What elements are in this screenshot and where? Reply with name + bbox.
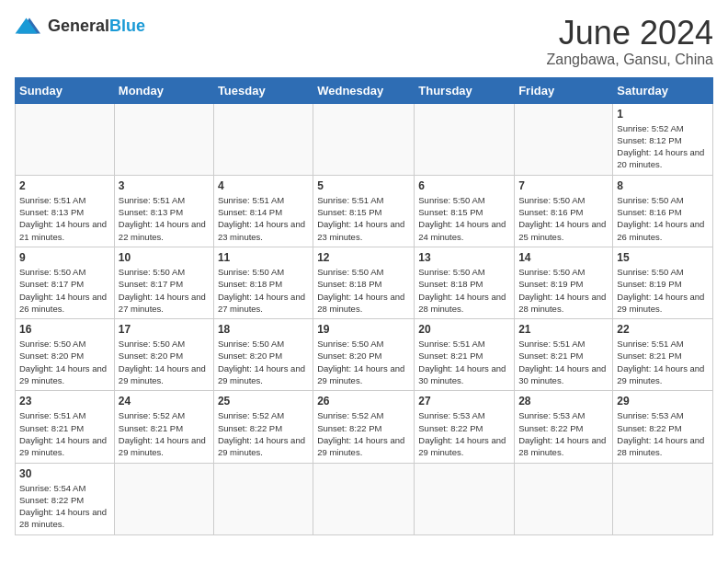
day-number: 18 (218, 323, 309, 336)
calendar-day-cell: 20Sunrise: 5:51 AM Sunset: 8:21 PM Dayli… (415, 319, 515, 391)
calendar-day-cell: 25Sunrise: 5:52 AM Sunset: 8:22 PM Dayli… (213, 391, 313, 463)
calendar-day-cell: 6Sunrise: 5:50 AM Sunset: 8:15 PM Daylig… (415, 175, 515, 247)
day-info: Sunrise: 5:53 AM Sunset: 8:22 PM Dayligh… (518, 409, 609, 458)
calendar-day-cell: 7Sunrise: 5:50 AM Sunset: 8:16 PM Daylig… (515, 175, 613, 247)
calendar-week-row: 23Sunrise: 5:51 AM Sunset: 8:21 PM Dayli… (16, 391, 713, 463)
day-number: 23 (19, 395, 110, 408)
calendar-week-row: 16Sunrise: 5:50 AM Sunset: 8:20 PM Dayli… (16, 319, 713, 391)
day-info: Sunrise: 5:52 AM Sunset: 8:12 PM Dayligh… (617, 122, 709, 171)
day-info: Sunrise: 5:51 AM Sunset: 8:21 PM Dayligh… (617, 338, 709, 386)
day-number: 16 (19, 323, 110, 336)
day-info: Sunrise: 5:50 AM Sunset: 8:17 PM Dayligh… (119, 266, 210, 315)
calendar-week-row: 9Sunrise: 5:50 AM Sunset: 8:17 PM Daylig… (16, 247, 713, 318)
calendar-day-cell: 2Sunrise: 5:51 AM Sunset: 8:13 PM Daylig… (16, 175, 115, 247)
day-number: 22 (617, 323, 709, 336)
calendar-day-cell: 18Sunrise: 5:50 AM Sunset: 8:20 PM Dayli… (213, 319, 313, 391)
calendar-week-row: 30Sunrise: 5:54 AM Sunset: 8:22 PM Dayli… (16, 463, 713, 534)
day-info: Sunrise: 5:50 AM Sunset: 8:20 PM Dayligh… (218, 338, 309, 386)
day-number: 8 (617, 179, 709, 192)
day-info: Sunrise: 5:53 AM Sunset: 8:22 PM Dayligh… (418, 409, 510, 458)
day-number: 14 (518, 251, 609, 264)
calendar-week-row: 2Sunrise: 5:51 AM Sunset: 8:13 PM Daylig… (16, 175, 713, 247)
day-info: Sunrise: 5:50 AM Sunset: 8:20 PM Dayligh… (317, 338, 410, 386)
calendar-day-cell: 23Sunrise: 5:51 AM Sunset: 8:21 PM Dayli… (16, 391, 115, 463)
day-number: 9 (19, 251, 110, 264)
calendar-day-cell (613, 463, 713, 534)
day-number: 6 (418, 179, 510, 192)
day-info: Sunrise: 5:51 AM Sunset: 8:13 PM Dayligh… (19, 194, 110, 243)
calendar-day-cell (515, 103, 613, 175)
day-info: Sunrise: 5:50 AM Sunset: 8:20 PM Dayligh… (19, 338, 110, 386)
calendar-day-cell: 30Sunrise: 5:54 AM Sunset: 8:22 PM Dayli… (16, 463, 115, 534)
day-info: Sunrise: 5:50 AM Sunset: 8:18 PM Dayligh… (218, 266, 309, 315)
calendar-day-cell (313, 103, 415, 175)
weekday-header-row: SundayMondayTuesdayWednesdayThursdayFrid… (16, 77, 713, 103)
calendar-day-cell (415, 103, 515, 175)
calendar-day-cell: 8Sunrise: 5:50 AM Sunset: 8:16 PM Daylig… (613, 175, 713, 247)
logo-text: GeneralBlue (48, 17, 145, 36)
day-info: Sunrise: 5:50 AM Sunset: 8:20 PM Dayligh… (119, 338, 210, 386)
day-number: 20 (418, 323, 510, 336)
calendar-day-cell: 11Sunrise: 5:50 AM Sunset: 8:18 PM Dayli… (213, 247, 313, 318)
day-info: Sunrise: 5:53 AM Sunset: 8:22 PM Dayligh… (617, 409, 709, 458)
calendar-day-cell (114, 103, 213, 175)
calendar-day-cell: 21Sunrise: 5:51 AM Sunset: 8:21 PM Dayli… (515, 319, 613, 391)
day-number: 7 (518, 179, 609, 192)
logo: GeneralBlue (15, 15, 145, 37)
day-number: 17 (119, 323, 210, 336)
day-number: 10 (119, 251, 210, 264)
day-info: Sunrise: 5:50 AM Sunset: 8:15 PM Dayligh… (418, 194, 510, 243)
calendar-day-cell: 17Sunrise: 5:50 AM Sunset: 8:20 PM Dayli… (114, 319, 213, 391)
calendar-day-cell: 10Sunrise: 5:50 AM Sunset: 8:17 PM Dayli… (114, 247, 213, 318)
day-number: 2 (19, 179, 110, 192)
day-number: 21 (518, 323, 609, 336)
day-number: 25 (218, 395, 309, 408)
calendar-day-cell: 14Sunrise: 5:50 AM Sunset: 8:19 PM Dayli… (515, 247, 613, 318)
day-number: 26 (317, 395, 410, 408)
calendar-day-cell: 3Sunrise: 5:51 AM Sunset: 8:13 PM Daylig… (114, 175, 213, 247)
day-info: Sunrise: 5:50 AM Sunset: 8:18 PM Dayligh… (317, 266, 410, 315)
day-info: Sunrise: 5:50 AM Sunset: 8:19 PM Dayligh… (518, 266, 609, 315)
day-number: 13 (418, 251, 510, 264)
location-subtitle: Zangbawa, Gansu, China (547, 52, 713, 68)
calendar-day-cell (415, 463, 515, 534)
calendar-day-cell: 1Sunrise: 5:52 AM Sunset: 8:12 PM Daylig… (613, 103, 713, 175)
calendar-day-cell: 13Sunrise: 5:50 AM Sunset: 8:18 PM Dayli… (415, 247, 515, 318)
day-info: Sunrise: 5:51 AM Sunset: 8:14 PM Dayligh… (218, 194, 309, 243)
day-info: Sunrise: 5:50 AM Sunset: 8:16 PM Dayligh… (518, 194, 609, 243)
calendar-day-cell: 29Sunrise: 5:53 AM Sunset: 8:22 PM Dayli… (613, 391, 713, 463)
calendar-day-cell: 27Sunrise: 5:53 AM Sunset: 8:22 PM Dayli… (415, 391, 515, 463)
day-info: Sunrise: 5:51 AM Sunset: 8:21 PM Dayligh… (518, 338, 609, 386)
calendar-day-cell: 9Sunrise: 5:50 AM Sunset: 8:17 PM Daylig… (16, 247, 115, 318)
calendar-day-cell (515, 463, 613, 534)
weekday-header-tuesday: Tuesday (213, 77, 313, 103)
day-info: Sunrise: 5:51 AM Sunset: 8:13 PM Dayligh… (119, 194, 210, 243)
calendar-day-cell: 5Sunrise: 5:51 AM Sunset: 8:15 PM Daylig… (313, 175, 415, 247)
day-number: 24 (119, 395, 210, 408)
calendar-day-cell (114, 463, 213, 534)
day-number: 30 (19, 467, 110, 480)
day-number: 5 (317, 179, 410, 192)
day-info: Sunrise: 5:51 AM Sunset: 8:21 PM Dayligh… (418, 338, 510, 386)
calendar-day-cell: 22Sunrise: 5:51 AM Sunset: 8:21 PM Dayli… (613, 319, 713, 391)
day-info: Sunrise: 5:50 AM Sunset: 8:16 PM Dayligh… (617, 194, 709, 243)
weekday-header-friday: Friday (515, 77, 613, 103)
title-block: June 2024 Zangbawa, Gansu, China (547, 15, 713, 68)
weekday-header-saturday: Saturday (613, 77, 713, 103)
day-info: Sunrise: 5:52 AM Sunset: 8:22 PM Dayligh… (317, 409, 410, 458)
weekday-header-thursday: Thursday (415, 77, 515, 103)
calendar-day-cell: 15Sunrise: 5:50 AM Sunset: 8:19 PM Dayli… (613, 247, 713, 318)
day-number: 27 (418, 395, 510, 408)
day-number: 29 (617, 395, 709, 408)
weekday-header-sunday: Sunday (16, 77, 115, 103)
calendar-day-cell: 4Sunrise: 5:51 AM Sunset: 8:14 PM Daylig… (213, 175, 313, 247)
day-number: 19 (317, 323, 410, 336)
calendar-day-cell (16, 103, 115, 175)
calendar-day-cell: 24Sunrise: 5:52 AM Sunset: 8:21 PM Dayli… (114, 391, 213, 463)
day-number: 28 (518, 395, 609, 408)
logo-icon (15, 15, 44, 37)
day-info: Sunrise: 5:50 AM Sunset: 8:17 PM Dayligh… (19, 266, 110, 315)
day-number: 3 (119, 179, 210, 192)
calendar-table: SundayMondayTuesdayWednesdayThursdayFrid… (15, 77, 713, 535)
day-number: 4 (218, 179, 309, 192)
